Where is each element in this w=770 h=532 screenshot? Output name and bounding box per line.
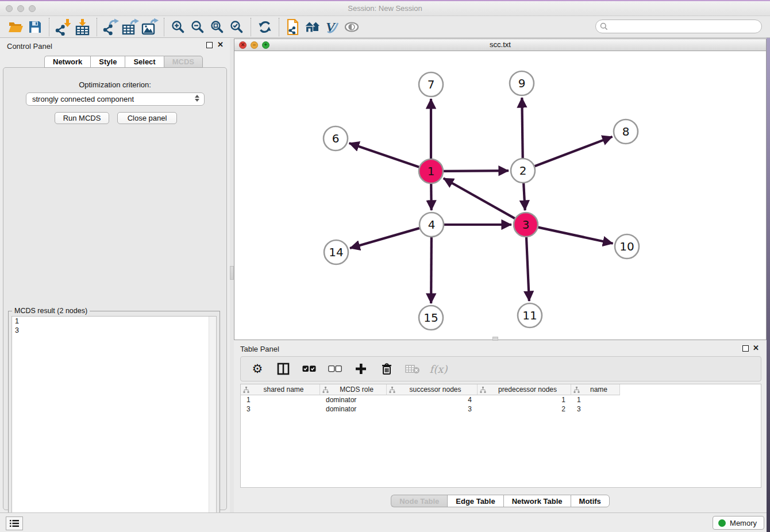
save-session-button[interactable] (25, 17, 45, 37)
column-header-predecessor-nodes[interactable]: predecessor nodes (478, 384, 571, 395)
export-image-button[interactable] (140, 17, 160, 37)
show-column-panel-button[interactable] (275, 360, 292, 377)
table-tab-node-table[interactable]: Node Table (391, 495, 447, 507)
eye-icon (344, 20, 360, 34)
cell-successor-nodes[interactable]: 4 (387, 395, 478, 404)
zoom-selected-button[interactable] (227, 17, 247, 37)
mcds-result-node[interactable]: 1 (12, 317, 216, 326)
control-panel-tab-network[interactable]: Network (44, 56, 90, 68)
vizmapper-button[interactable]: V (322, 17, 342, 37)
memory-status-icon (718, 519, 726, 527)
deselect-all-columns-button[interactable] (326, 360, 344, 377)
clone-network-icon (285, 18, 301, 36)
search-input[interactable] (595, 20, 762, 33)
select-all-columns-button[interactable] (301, 360, 318, 377)
table-row[interactable]: 3dominator323 (241, 404, 761, 414)
table-tab-edge-table[interactable]: Edge Table (447, 495, 503, 507)
horizontal-splitter-handle[interactable] (492, 337, 498, 341)
control-panel-tab-mcds[interactable]: MCDS (164, 56, 203, 68)
minimize-window-button[interactable] (17, 5, 24, 12)
deselect-all-icon (328, 365, 342, 372)
edge-2-3[interactable] (523, 183, 525, 210)
graph-node-label-3: 3 (522, 218, 530, 232)
cell-MCDS-role[interactable]: dominator (320, 395, 387, 404)
edge-3-1[interactable] (444, 178, 515, 218)
optimization-criterion-label: Optimization criterion: (3, 80, 226, 89)
float-panel-icon[interactable] (206, 42, 213, 48)
edge-3-11[interactable] (526, 237, 529, 301)
create-column-button[interactable] (352, 360, 369, 377)
cell-successor-nodes[interactable]: 3 (387, 404, 478, 414)
desktop-wallpaper-right (767, 38, 770, 532)
run-mcds-button[interactable]: Run MCDS (55, 112, 109, 124)
delete-column-button[interactable] (378, 360, 395, 377)
network-canvas[interactable]: 7968124314101511 (234, 51, 766, 340)
criterion-select[interactable]: strongly connected component (26, 92, 205, 106)
maximize-network-button[interactable]: + (262, 41, 270, 49)
toolbar-separator (279, 18, 279, 36)
export-network-button[interactable] (101, 17, 121, 37)
zoom-out-button[interactable] (188, 17, 207, 37)
cell-name[interactable]: 1 (571, 395, 620, 404)
cell-predecessor-nodes[interactable]: 2 (478, 404, 571, 414)
splitter-handle[interactable] (230, 266, 234, 280)
column-header-name[interactable]: name (571, 384, 620, 395)
open-session-button[interactable] (6, 17, 25, 37)
close-table-panel-icon[interactable]: ✕ (753, 344, 759, 352)
edge-1-6[interactable] (349, 143, 419, 167)
memory-button[interactable]: Memory (713, 516, 764, 530)
table-options-button[interactable]: ⚙ (249, 360, 266, 377)
edge-2-9[interactable] (522, 98, 522, 158)
column-header-shared-name[interactable]: shared name (241, 384, 320, 395)
export-table-button[interactable] (121, 17, 140, 37)
control-panel-tab-style[interactable]: Style (90, 56, 125, 68)
table-tab-motifs[interactable]: Motifs (571, 495, 610, 507)
close-network-button[interactable]: ✕ (239, 41, 247, 49)
edge-4-14[interactable] (350, 228, 419, 248)
select-stepper-icon (195, 95, 199, 102)
import-table-button[interactable] (73, 17, 93, 37)
zoom-fit-button[interactable] (207, 17, 227, 37)
network-view-window: ✕ − + scc.txt 7968124314101511 (234, 38, 767, 340)
clone-network-button[interactable] (283, 17, 303, 37)
fx-icon: f(x) (430, 363, 448, 375)
network-graph[interactable]: 7968124314101511 (234, 51, 766, 340)
result-scrollbar[interactable] (209, 317, 216, 526)
control-panel-tab-select[interactable]: Select (125, 56, 163, 68)
cell-predecessor-nodes[interactable]: 1 (478, 395, 571, 404)
cell-shared-name[interactable]: 3 (241, 404, 320, 414)
float-table-panel-icon[interactable] (742, 345, 749, 352)
column-header-MCDS-role[interactable]: MCDS role (320, 384, 387, 395)
table-tab-network-table[interactable]: Network Table (503, 495, 571, 507)
cell-shared-name[interactable]: 1 (241, 395, 320, 404)
column-header-successor-nodes[interactable]: successor nodes (387, 384, 478, 395)
minimize-network-button[interactable]: − (251, 41, 258, 49)
mcds-result-box: MCDS result (2 nodes) 13 (8, 311, 220, 530)
mcds-result-list[interactable]: 13 (11, 316, 217, 526)
graph-node-label-2: 2 (519, 164, 527, 178)
import-network-button[interactable] (53, 17, 73, 37)
edge-4-15[interactable] (431, 237, 432, 303)
edge-2-8[interactable] (535, 137, 613, 166)
column-type-icon (243, 387, 249, 393)
close-panel-icon[interactable]: ✕ (217, 41, 224, 49)
edge-1-2[interactable] (444, 171, 509, 171)
birds-eye-view-button[interactable] (342, 17, 361, 37)
cell-name[interactable]: 3 (571, 404, 620, 414)
task-history-button[interactable] (6, 516, 23, 530)
close-panel-button[interactable]: Close panel (117, 112, 177, 124)
node-table[interactable]: shared nameMCDS rolesuccessor nodesprede… (240, 384, 761, 488)
cell-MCDS-role[interactable]: dominator (320, 404, 387, 414)
control-panel-header: Control Panel ✕ (0, 38, 230, 55)
close-window-button[interactable] (6, 5, 13, 12)
refresh-layout-button[interactable] (255, 17, 275, 37)
home-view-button[interactable] (303, 17, 322, 37)
table-row[interactable]: 1dominator411 (241, 395, 761, 404)
mcds-result-node[interactable]: 3 (12, 326, 216, 335)
edge-3-10[interactable] (538, 228, 613, 244)
zoom-in-button[interactable] (168, 17, 188, 37)
control-panel-tabs: NetworkStyleSelectMCDS (44, 56, 203, 68)
vertical-splitter[interactable] (230, 38, 234, 512)
graph-node-label-11: 11 (522, 309, 537, 322)
zoom-window-button[interactable] (29, 5, 36, 12)
